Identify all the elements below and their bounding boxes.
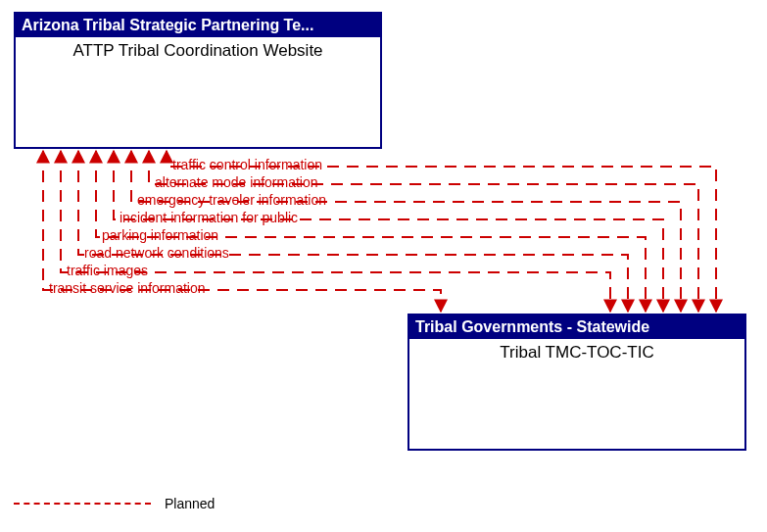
node-tmc[interactable]: Tribal Governments - Statewide Tribal TM… bbox=[407, 314, 746, 451]
node-attp-title: ATTP Tribal Coordination Website bbox=[16, 37, 380, 61]
flow-label: alternate mode information bbox=[155, 174, 318, 190]
flow-label: parking information bbox=[102, 227, 218, 243]
flow-label: traffic control information bbox=[172, 157, 322, 172]
flow-label: transit service information bbox=[49, 280, 206, 296]
legend: Planned bbox=[14, 496, 215, 511]
flow-label: traffic images bbox=[67, 263, 148, 278]
legend-label-planned: Planned bbox=[165, 496, 215, 511]
node-attp-owner: Arizona Tribal Strategic Partnering Te..… bbox=[16, 14, 380, 37]
flow-label: incident information for public bbox=[120, 210, 298, 225]
legend-swatch-planned bbox=[14, 503, 151, 505]
node-tmc-owner: Tribal Governments - Statewide bbox=[409, 315, 744, 339]
node-tmc-title: Tribal TMC-TOC-TIC bbox=[409, 339, 744, 363]
node-attp[interactable]: Arizona Tribal Strategic Partnering Te..… bbox=[14, 12, 382, 149]
flow-label: emergency traveler information bbox=[137, 192, 326, 208]
flow-label: road network conditions bbox=[84, 245, 229, 261]
